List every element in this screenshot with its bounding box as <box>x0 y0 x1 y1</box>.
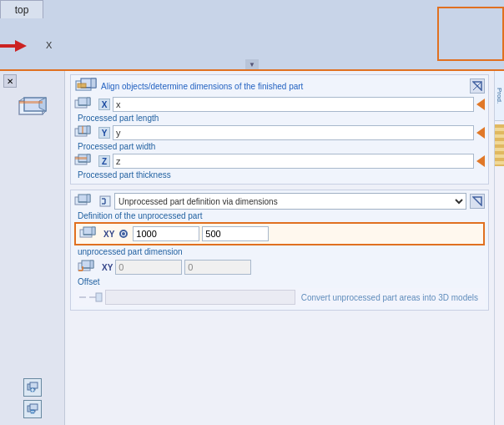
dropdown-prefix-icon <box>99 195 111 207</box>
unproc-strip <box>495 124 504 166</box>
svg-rect-13 <box>30 404 38 410</box>
svg-rect-6 <box>19 101 43 104</box>
unprocessed-dropdown[interactable]: Unprocessed part definition via dimensio… <box>114 193 466 210</box>
x-input[interactable] <box>113 97 474 112</box>
align-header: Align objects/determine dimensions of th… <box>74 78 485 94</box>
right-strip: Prod. <box>494 71 504 425</box>
x-part-icon <box>74 96 96 113</box>
close-icon: ✕ <box>7 77 13 86</box>
left-sidebar: ✕ <box>0 71 65 425</box>
convert-input <box>105 290 295 305</box>
svg-marker-37 <box>473 197 481 205</box>
unprocessed-dropdown-row: Unprocessed part definition via dimensio… <box>99 193 466 210</box>
svg-rect-46 <box>96 293 102 301</box>
svg-rect-19 <box>78 83 86 88</box>
sidebar-icon-2[interactable] <box>23 400 42 418</box>
z-arrow-icon <box>476 155 485 167</box>
xy-radio[interactable] <box>119 230 128 238</box>
convert-label: Convert unprocessed part areas into 3D m… <box>301 293 478 302</box>
y-part-icon <box>74 124 96 141</box>
definition-label: Definition of the unprocessed part <box>78 211 485 220</box>
main-panel: ✕ <box>0 71 504 425</box>
y-sub-label: Processed part width <box>78 142 485 151</box>
xy-label: XY <box>103 230 114 239</box>
offset-input-1[interactable] <box>115 260 182 275</box>
z-sub-label: Processed part thickness <box>78 170 485 180</box>
x-field-row: X <box>74 96 485 113</box>
unprocessed-corner-btn[interactable] <box>470 194 485 209</box>
xy-dim-row: XY <box>74 222 485 245</box>
prod-strip: Prod. <box>495 71 504 121</box>
dim-input-2[interactable] <box>202 226 269 241</box>
x-letter: X <box>98 99 110 110</box>
align-section: Align objects/determine dimensions of th… <box>70 74 489 185</box>
x-arrow-icon <box>15 40 27 52</box>
viewport-area: top X ▼ <box>0 0 504 71</box>
y-letter: Y <box>98 127 110 139</box>
offset-row: XY <box>74 258 485 276</box>
dim-input-1[interactable] <box>133 226 199 241</box>
x-axis-label: X <box>46 40 52 50</box>
convert-row: Convert unprocessed part areas into 3D m… <box>74 288 485 306</box>
y-field-row: Y <box>74 124 485 141</box>
part-icon-main <box>18 96 48 121</box>
z-part-icon <box>74 153 96 169</box>
y-input[interactable] <box>113 125 474 140</box>
part-outline <box>437 7 504 61</box>
sidebar-icon-1[interactable] <box>23 378 42 397</box>
convert-icon <box>78 290 103 305</box>
xy-offset-label: XY <box>102 263 113 272</box>
x-sub-label: Processed part length <box>78 114 485 123</box>
sidebar-bottom-icons <box>23 378 42 418</box>
align-label: Align objects/determine dimensions of th… <box>101 82 466 91</box>
viewport-tab[interactable]: top <box>0 0 43 18</box>
x-arrow-icon <box>476 99 485 110</box>
close-panel-btn[interactable]: ✕ <box>3 74 17 88</box>
offset-icon <box>78 259 99 276</box>
unprocessed-icon <box>74 193 96 210</box>
dim-label: unprocessed part dimension <box>78 247 485 256</box>
down-arrow-icon: ▼ <box>249 61 255 68</box>
prod-label: Prod. <box>496 88 503 104</box>
viewport-tab-label: top <box>15 4 29 16</box>
svg-rect-32 <box>75 157 87 159</box>
align-corner-btn[interactable] <box>470 78 485 94</box>
content-area: Align objects/determine dimensions of th… <box>65 71 494 425</box>
panel-expand-btn[interactable]: ▼ <box>245 59 259 69</box>
y-arrow-icon <box>476 127 485 139</box>
z-field-row: Z <box>74 153 485 169</box>
unprocessed-header: Unprocessed part definition via dimensio… <box>74 193 485 210</box>
svg-rect-8 <box>30 382 38 388</box>
z-input[interactable] <box>113 154 474 169</box>
offset-label: Offset <box>78 277 485 286</box>
xy-dim-icon <box>79 225 101 242</box>
z-letter: Z <box>98 155 110 167</box>
unprocessed-section: Unprocessed part definition via dimensio… <box>70 190 489 311</box>
align-icon <box>74 78 98 94</box>
offset-input-2[interactable] <box>184 260 251 275</box>
